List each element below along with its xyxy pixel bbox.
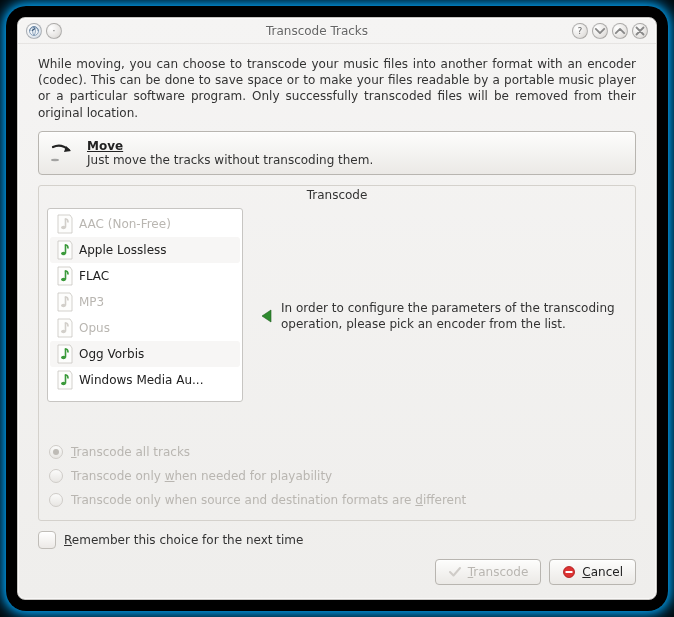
radio-label: Transcode all tracks — [71, 445, 190, 459]
transcode-group-legend: Transcode — [39, 188, 635, 202]
dialog-content: While moving, you can choose to transcod… — [18, 44, 656, 599]
codec-item[interactable]: Ogg Vorbis — [50, 341, 240, 367]
move-button[interactable]: Move Just move the tracks without transc… — [38, 131, 636, 175]
codec-item[interactable]: Apple Lossless — [50, 237, 240, 263]
radio-group: Transcode all tracksTranscode only when … — [47, 440, 627, 512]
svg-point-6 — [61, 330, 66, 333]
note-file-icon — [55, 344, 73, 364]
app-menu-button[interactable] — [26, 23, 42, 39]
move-button-subtitle: Just move the tracks without transcoding… — [87, 153, 373, 167]
radio-label: Transcode only when needed for playabili… — [71, 469, 332, 483]
svg-point-1 — [51, 159, 59, 161]
transcode-scope-radio: Transcode all tracks — [47, 440, 627, 464]
codec-label: Opus — [79, 321, 110, 335]
svg-point-3 — [61, 252, 66, 255]
svg-point-8 — [61, 382, 66, 385]
minimize-button[interactable] — [592, 23, 608, 39]
codec-item[interactable]: Windows Media Au... — [50, 367, 240, 393]
svg-point-5 — [61, 304, 66, 307]
note-file-icon — [55, 240, 73, 260]
note-file-icon — [55, 214, 73, 234]
move-button-title: Move — [87, 139, 373, 153]
codec-label: MP3 — [79, 295, 104, 309]
dialog-window: · Transcode Tracks ? While moving, you c… — [17, 17, 657, 600]
codec-list[interactable]: AAC (Non-Free)Apple LosslessFLACMP3OpusO… — [47, 208, 243, 402]
radio-indicator — [49, 445, 63, 459]
codec-item: MP3 — [50, 289, 240, 315]
window-title: Transcode Tracks — [64, 24, 570, 38]
hint-text: In order to configure the parameters of … — [281, 300, 627, 332]
check-icon — [448, 565, 462, 579]
codec-item: Opus — [50, 315, 240, 341]
cancel-icon — [562, 565, 576, 579]
remember-label: Remember this choice for the next time — [64, 533, 303, 547]
maximize-button[interactable] — [612, 23, 628, 39]
svg-point-7 — [61, 356, 66, 359]
cancel-button[interactable]: Cancel — [549, 559, 636, 585]
arrow-left-icon — [259, 308, 273, 324]
note-file-icon — [55, 266, 73, 286]
radio-indicator — [49, 469, 63, 483]
svg-point-4 — [61, 278, 66, 281]
note-file-icon — [55, 292, 73, 312]
transcode-scope-radio: Transcode only when source and destinati… — [47, 488, 627, 512]
description-text: While moving, you can choose to transcod… — [38, 56, 636, 121]
pin-button[interactable]: · — [46, 23, 62, 39]
remember-checkbox[interactable] — [38, 531, 56, 549]
remember-checkbox-row[interactable]: Remember this choice for the next time — [38, 531, 636, 549]
codec-label: Windows Media Au... — [79, 373, 204, 387]
move-arrow-icon — [49, 141, 77, 165]
note-file-icon — [55, 318, 73, 338]
hint-pane: In order to configure the parameters of … — [253, 208, 627, 424]
codec-label: Apple Lossless — [79, 243, 167, 257]
svg-rect-10 — [566, 571, 573, 573]
radio-indicator — [49, 493, 63, 507]
transcode-scope-radio: Transcode only when needed for playabili… — [47, 464, 627, 488]
note-file-icon — [55, 370, 73, 390]
close-button[interactable] — [632, 23, 648, 39]
radio-label: Transcode only when source and destinati… — [71, 493, 466, 507]
svg-point-2 — [61, 226, 66, 229]
transcode-group: Transcode AAC (Non-Free)Apple LosslessFL… — [38, 185, 636, 521]
codec-item[interactable]: FLAC — [50, 263, 240, 289]
codec-label: FLAC — [79, 269, 109, 283]
codec-item: AAC (Non-Free) — [50, 211, 240, 237]
codec-label: AAC (Non-Free) — [79, 217, 171, 231]
titlebar: · Transcode Tracks ? — [18, 18, 656, 44]
help-button[interactable]: ? — [572, 23, 588, 39]
transcode-button[interactable]: Transcode — [435, 559, 542, 585]
codec-label: Ogg Vorbis — [79, 347, 144, 361]
